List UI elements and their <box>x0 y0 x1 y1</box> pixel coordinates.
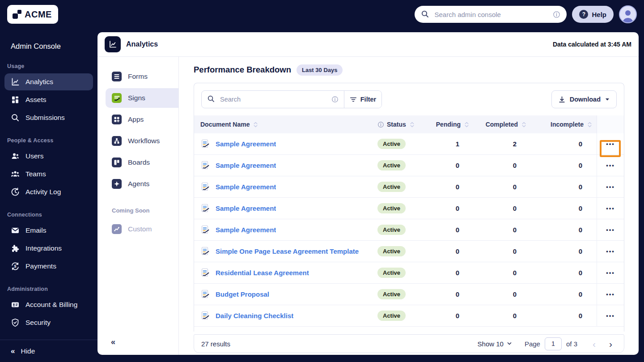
sort-icon <box>586 121 593 128</box>
row-actions-button[interactable]: ••• <box>602 289 619 300</box>
sidebar-item-label: Payments <box>25 262 56 270</box>
status-badge: Active <box>377 246 406 256</box>
document-link[interactable]: Sample Agreement <box>216 226 276 234</box>
section-label-usage: Usage <box>0 52 97 73</box>
sidebar-item-agents[interactable]: Agents <box>97 174 178 194</box>
agents-icon <box>112 179 122 189</box>
table-row: Residential Lease Agreement Active 0 0 0… <box>194 262 624 284</box>
document-link[interactable]: Sample Agreement <box>216 183 276 191</box>
collapse-subsidebar-button[interactable]: « <box>111 337 120 347</box>
sidebar-item-integrations[interactable]: Integrations <box>4 240 93 257</box>
pending-cell: 0 <box>427 176 474 197</box>
previous-page-button[interactable]: ‹ <box>588 339 600 349</box>
incomplete-cell: 0 <box>531 155 597 176</box>
sidebar-item-account-billing[interactable]: Account & Billing <box>4 296 93 313</box>
sidebar-item-boards[interactable]: Boards <box>97 153 178 172</box>
status-badge: Active <box>377 225 406 235</box>
coming-soon-label: Coming Soon <box>97 195 178 218</box>
pending-cell: 0 <box>427 284 474 305</box>
sidebar-item-apps[interactable]: Apps <box>97 110 178 129</box>
document-link[interactable]: Sample Agreement <box>216 162 276 169</box>
row-actions-button[interactable]: ••• <box>602 267 619 278</box>
hide-label: Hide <box>21 347 35 355</box>
row-actions-button[interactable]: ••• <box>602 246 619 257</box>
sort-icon <box>521 121 527 128</box>
status-badge: Active <box>377 160 406 170</box>
page-label: Page <box>525 340 540 348</box>
column-header-incomplete[interactable]: Incomplete <box>531 115 597 133</box>
sidebar-item-submissions[interactable]: Submissions <box>4 109 93 126</box>
table-search-input[interactable] <box>220 96 327 103</box>
table-row: Sample Agreement Active 1 2 0 ••• <box>194 133 624 155</box>
completed-cell: 2 <box>474 133 531 154</box>
analytics-panel: Analytics Data calculated at 3:45 AM For… <box>97 32 639 355</box>
download-button[interactable]: Download <box>551 90 617 108</box>
acme-logo-text: ACME <box>25 9 52 20</box>
column-header-actions <box>597 115 624 133</box>
column-header-status[interactable]: Status <box>373 115 427 133</box>
sidebar-item-forms[interactable]: Forms <box>97 67 178 86</box>
row-actions-button[interactable]: ••• <box>602 310 619 321</box>
sub-item-label: Forms <box>128 72 148 81</box>
document-icon <box>200 139 210 149</box>
sidebar-item-analytics[interactable]: Analytics <box>4 73 93 90</box>
sub-item-label: Workflows <box>128 137 160 145</box>
sidebar-item-activity-log[interactable]: Activity Log <box>4 183 93 200</box>
document-link[interactable]: Sample Agreement <box>216 140 276 148</box>
page-number-input[interactable] <box>545 337 562 350</box>
row-actions-button[interactable]: ••• <box>602 224 619 235</box>
sub-item-label: Apps <box>128 115 144 124</box>
document-link[interactable]: Residential Lease Agreement <box>216 269 309 277</box>
sidebar-item-emails[interactable]: Emails <box>4 222 93 239</box>
next-page-button[interactable]: › <box>605 339 617 349</box>
acme-logo[interactable]: ACME <box>7 5 58 24</box>
row-actions-button[interactable]: ••• <box>602 138 619 149</box>
panel-title: Analytics <box>126 40 158 48</box>
info-icon <box>377 121 384 128</box>
sidebar-item-teams[interactable]: Teams <box>4 166 93 183</box>
sidebar-item-assets[interactable]: Assets <box>4 91 93 108</box>
column-header-document-name[interactable]: Document Name <box>194 115 373 133</box>
pending-cell: 0 <box>427 198 474 219</box>
show-per-page-select[interactable]: Show 10 <box>478 340 512 348</box>
help-button[interactable]: ? Help <box>572 6 614 23</box>
activity-log-icon <box>11 187 20 196</box>
puzzle-icon <box>11 244 20 253</box>
document-link[interactable]: Sample Agreement <box>216 204 276 212</box>
row-actions-button[interactable]: ••• <box>602 181 619 192</box>
status-badge: Active <box>377 268 406 278</box>
hide-sidebar-button[interactable]: « Hide <box>0 340 97 362</box>
shield-icon <box>11 318 20 327</box>
document-link[interactable]: Budget Proposal <box>216 290 269 298</box>
workflows-icon <box>112 136 122 146</box>
analytics-panel-icon <box>105 36 121 52</box>
document-icon <box>200 268 210 278</box>
table-row: Sample Agreement Active 0 0 0 ••• <box>194 155 624 176</box>
sidebar-item-workflows[interactable]: Workflows <box>97 131 178 151</box>
admin-search-input[interactable] <box>434 11 548 18</box>
row-actions-button[interactable]: ••• <box>602 203 619 214</box>
status-badge: Active <box>377 311 406 321</box>
document-link[interactable]: Simple One Page Lease Agreement Template <box>216 247 359 255</box>
sidebar-item-custom: Custom <box>97 219 178 239</box>
sidebar-item-security[interactable]: Security <box>4 314 93 331</box>
table-row: Daily Cleaning Checklist Active 0 0 0 ••… <box>194 305 624 327</box>
date-range-badge: Last 30 Days <box>297 64 343 76</box>
sidebar-item-signs[interactable]: Signs <box>106 88 178 108</box>
search-icon <box>421 10 430 19</box>
status-badge: Active <box>377 203 406 213</box>
sidebar-item-payments[interactable]: $ Payments <box>4 258 93 275</box>
filter-button[interactable]: Filter <box>344 91 381 108</box>
row-actions-button[interactable]: ••• <box>602 160 619 171</box>
sidebar-item-users[interactable]: Users <box>4 148 93 165</box>
completed-cell: 0 <box>474 219 531 240</box>
column-header-pending[interactable]: Pending <box>427 115 474 133</box>
completed-cell: 0 <box>474 198 531 219</box>
document-link[interactable]: Daily Cleaning Checklist <box>216 312 293 319</box>
completed-cell: 0 <box>474 176 531 197</box>
avatar[interactable] <box>619 5 637 23</box>
completed-cell: 0 <box>474 262 531 283</box>
column-header-completed[interactable]: Completed <box>474 115 531 133</box>
info-icon <box>553 11 560 18</box>
sidebar-item-label: Users <box>25 152 43 160</box>
